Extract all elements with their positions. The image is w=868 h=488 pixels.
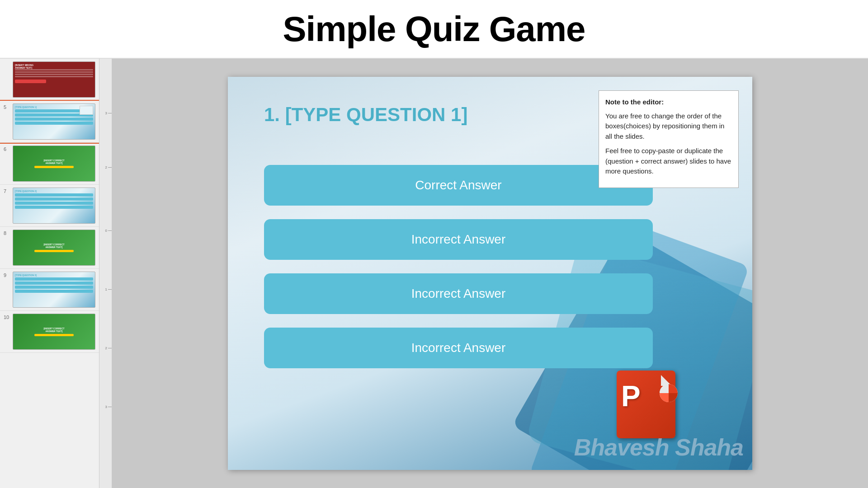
ppt-icon: P [612, 366, 689, 443]
slide-item-9[interactable]: 9 [TYPE QUESTION 3] [0, 269, 99, 311]
slide-thumbnail: [INSERT WRONGANSWER TEXT] [13, 61, 95, 98]
slide-number-7: 7 [4, 188, 10, 194]
slide-item-wrong[interactable]: [INSERT WRONGANSWER TEXT] [0, 59, 99, 101]
slide-thumbnail-9: [TYPE QUESTION 3] [13, 272, 95, 308]
slide-number-6: 6 [4, 145, 10, 152]
slide-canvas: 1. [TYPE QUESTION 1] Correct Answer Inco… [112, 59, 868, 488]
note-title: Note to the editor: [605, 97, 732, 108]
answer-button-3[interactable]: Incorrect Answer [264, 273, 653, 314]
ppt-chart-icon [657, 382, 680, 404]
title-bar: Simple Quiz Game [0, 0, 868, 59]
slide-thumbnail-5: [TYPE QUESTION 1] [13, 103, 95, 140]
editor-note-box: Note to the editor: You are free to chan… [599, 90, 739, 188]
slide-thumbnail-7: [TYPE QUESTION 2] [13, 188, 95, 224]
slide-thumbnail-10: [INSERT CORRECTANSWER TEXT] [13, 314, 95, 350]
slide-number-5: 5 [4, 103, 10, 110]
slide-thumbnail-6: [INSERT CORRECTANSWER TEXT] [13, 145, 95, 182]
slide-thumb-label: [INSERT WRONGANSWER TEXT] [15, 64, 93, 69]
question-text: 1. [TYPE QUESTION 1] [264, 104, 467, 126]
slide-item-5[interactable]: 5 [TYPE QUESTION 1] [0, 101, 99, 143]
slide-panel: [INSERT WRONGANSWER TEXT] 5 [TYPE QUESTI… [0, 59, 99, 488]
slide-number-10: 10 [4, 314, 10, 320]
answer-button-4[interactable]: Incorrect Answer [264, 328, 653, 368]
slide-number-9: 9 [4, 272, 10, 278]
note-para-2: Feel free to copy-paste or duplicate the… [605, 146, 732, 177]
slide-item-8[interactable]: 8 [INSERT CORRECTANSWER TEXT] [0, 227, 99, 269]
slide-item-7[interactable]: 7 [TYPE QUESTION 2] [0, 185, 99, 227]
slide-number [4, 61, 10, 62]
vertical-ruler: 3 2 0 1 2 3 [99, 59, 112, 488]
answer-button-2[interactable]: Incorrect Answer [264, 219, 653, 260]
app-title: Simple Quiz Game [283, 9, 585, 50]
note-para-1: You are free to change the order of the … [605, 111, 732, 142]
slide-thumb-lines [15, 69, 93, 78]
watermark-text: Bhavesh Shaha [574, 434, 743, 461]
main-area: [INSERT WRONGANSWER TEXT] 5 [TYPE QUESTI… [0, 59, 868, 488]
answer-button-1[interactable]: Correct Answer [264, 165, 653, 206]
powerpoint-logo: P [612, 366, 689, 443]
slide-item-10[interactable]: 10 [INSERT CORRECTANSWER TEXT] [0, 311, 99, 353]
slide: 1. [TYPE QUESTION 1] Correct Answer Inco… [228, 77, 752, 470]
slide-number-8: 8 [4, 230, 10, 236]
slide-thumbnail-8: [INSERT CORRECTANSWER TEXT] [13, 230, 95, 266]
slide-item-6[interactable]: 6 [INSERT CORRECTANSWER TEXT] [0, 143, 99, 185]
